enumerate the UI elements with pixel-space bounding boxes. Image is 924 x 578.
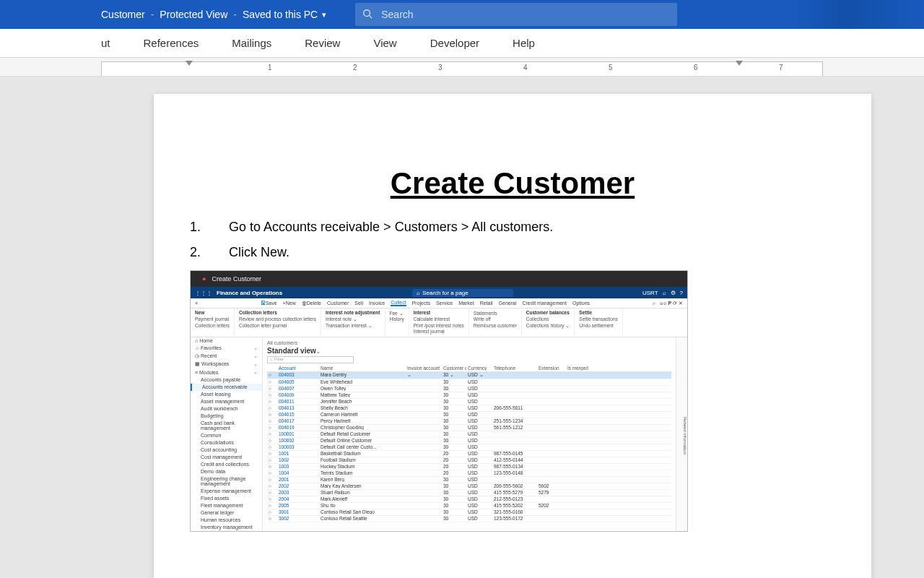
- table-row[interactable]: ○2002Mary Kay Andersen30USD206-555-56025…: [267, 483, 671, 490]
- subbar-item[interactable]: Payment journal: [195, 316, 230, 322]
- document-page[interactable]: Create Customer 1.Go to Accounts receiva…: [154, 94, 871, 578]
- subbar-item[interactable]: Undo settlement: [579, 323, 617, 329]
- subbar-item[interactable]: Reimburse customer: [474, 323, 517, 329]
- subbar-item[interactable]: Write off: [474, 316, 517, 322]
- table-row[interactable]: ○004013Shelly Beach30USD206-555-5011: [267, 405, 671, 412]
- embed-filter-input[interactable]: ⌕ Filter: [267, 356, 354, 363]
- table-row[interactable]: ○004009Mathew Tolley30USD: [267, 392, 671, 399]
- nav-module-engineering-change-management[interactable]: Engineering change management: [191, 475, 262, 488]
- nav-home[interactable]: ⌂ Home: [191, 337, 262, 345]
- indent-marker-right[interactable]: [736, 61, 743, 66]
- table-row[interactable]: ○004003Mara Gentry⌄30 ⌄USD ⌄: [267, 372, 671, 379]
- table-row[interactable]: ○3001Contoso Retail San Diego30USD321-55…: [267, 509, 671, 516]
- table-row[interactable]: ○004015Cameron Hartnett30USD: [267, 412, 671, 418]
- actbar-general[interactable]: General: [499, 301, 517, 306]
- subbar-item[interactable]: Print /post interest notes: [414, 323, 464, 329]
- table-row[interactable]: ○1003Hockey Stadium20USD987-555-0134: [267, 464, 671, 470]
- nav-module-budgeting[interactable]: Budgeting: [191, 413, 262, 420]
- ribbon-tab-review[interactable]: Review: [305, 37, 340, 49]
- ribbon-tab-help[interactable]: Help: [513, 37, 535, 49]
- table-row[interactable]: ○1001Basketball Stadium20USD987-555-0145: [267, 451, 671, 457]
- actbar-delete[interactable]: 🗑Delete: [302, 301, 321, 306]
- col-header[interactable]: Name: [319, 366, 406, 371]
- nav-module-inventory-management[interactable]: Inventory management: [191, 524, 262, 531]
- nav-module-cost-accounting[interactable]: Cost accounting: [191, 447, 262, 454]
- table-row[interactable]: ○004011Jennifer Beach30USD: [267, 399, 671, 405]
- nav-module-fixed-assets[interactable]: Fixed assets: [191, 495, 262, 502]
- ribbon-tab-references[interactable]: References: [144, 37, 199, 49]
- ribbon-tab-ut[interactable]: ut: [101, 37, 110, 49]
- embed-data-grid[interactable]: AccountNameInvoice accountCustomer group…: [267, 365, 671, 522]
- actbar-credit-management[interactable]: Credit management: [522, 301, 566, 306]
- nav-modules[interactable]: ≡ Modules⌄: [191, 368, 262, 376]
- nav-module-common[interactable]: Common: [191, 432, 262, 439]
- step[interactable]: 1.Go to Accounts receivable > Customers …: [187, 220, 838, 235]
- col-header[interactable]: Invoice account: [406, 366, 442, 371]
- nav-module-accounts-receivable[interactable]: Accounts receivable: [191, 384, 262, 391]
- table-row[interactable]: ○2005Shu Ito30USD415 555-52025202: [267, 503, 671, 509]
- actbar-market[interactable]: Market: [458, 301, 474, 306]
- col-header[interactable]: [309, 366, 319, 371]
- subbar-item[interactable]: Settle transactions: [579, 316, 617, 322]
- col-header[interactable]: [267, 366, 277, 371]
- table-row[interactable]: ○2004Mark Alexieff30USD212-555-0123: [267, 496, 671, 503]
- table-row[interactable]: ○2003Stuart Railson30USD415 555-52795279: [267, 490, 671, 496]
- embed-search[interactable]: ⌕ Search for a page: [412, 289, 513, 297]
- table-row[interactable]: ○004007Owen Tolley30USD: [267, 386, 671, 392]
- actbar-service[interactable]: Service: [436, 301, 453, 306]
- ribbon-tab-view[interactable]: View: [373, 37, 396, 49]
- subbar-item[interactable]: Transaction interest ⌄: [326, 323, 380, 329]
- nav-module-cash-and-bank-management[interactable]: Cash and bank management: [191, 420, 262, 432]
- actbar-customer[interactable]: Customer: [327, 301, 349, 306]
- ribbon-tab-developer[interactable]: Developer: [430, 37, 479, 49]
- nav-workspaces[interactable]: ▦ Workspaces⌄: [191, 361, 262, 368]
- nav-module-general-ledger[interactable]: General ledger: [191, 509, 262, 517]
- actbar-save[interactable]: 🖫Save: [261, 301, 277, 306]
- table-row[interactable]: ○100003Default Call center Custo...30USD: [267, 444, 671, 451]
- embed-view-name[interactable]: Standard view⌄: [267, 347, 671, 355]
- subbar-item[interactable]: Fee ⌄: [390, 311, 404, 316]
- nav-module-cost-management[interactable]: Cost management: [191, 454, 262, 461]
- subbar-item[interactable]: Statements: [474, 311, 517, 316]
- actbar-tools[interactable]: ⌕ ⊕ ⊘ P ⟳ ✕: [653, 301, 683, 306]
- indent-marker-left[interactable]: [186, 61, 193, 66]
- nav-module-human-resources[interactable]: Human resources: [191, 517, 262, 524]
- actbar-retail[interactable]: Retail: [480, 301, 493, 306]
- document-title[interactable]: Create Customer: [187, 166, 838, 201]
- col-header[interactable]: Is merged: [566, 366, 595, 371]
- subbar-item[interactable]: History: [390, 316, 404, 322]
- nav-recent[interactable]: ◷ Recent⌄: [191, 353, 262, 361]
- nav-module-fleet-management[interactable]: Fleet management: [191, 502, 262, 509]
- nav-favorites[interactable]: ☆ Favorites⌄: [191, 345, 262, 353]
- nav-module-demo-data[interactable]: Demo data: [191, 468, 262, 475]
- waffle-icon[interactable]: ⋮⋮⋮: [195, 290, 212, 296]
- nav-module-asset-leasing[interactable]: Asset leasing: [191, 391, 262, 398]
- col-header[interactable]: Extension: [537, 366, 566, 371]
- subbar-item[interactable]: Collection letter journal: [239, 323, 316, 329]
- subbar-item[interactable]: Calculate interest: [414, 316, 464, 322]
- actbar-sell[interactable]: Sell: [354, 301, 363, 306]
- col-header[interactable]: Currency: [466, 366, 492, 371]
- table-row[interactable]: ○004005Eve Whitehead30USD: [267, 379, 671, 386]
- embed-user[interactable]: USRT: [642, 290, 658, 296]
- nav-module-accounts-payable[interactable]: Accounts payable: [191, 376, 262, 384]
- table-row[interactable]: ○100001Default Retail Customer30USD: [267, 431, 671, 438]
- ribbon-tab-mailings[interactable]: Mailings: [232, 37, 271, 49]
- subbar-item[interactable]: Collections history ⌄: [526, 323, 570, 329]
- col-header[interactable]: Telephone: [492, 366, 537, 371]
- actbar-invoice[interactable]: Invoice: [369, 301, 385, 306]
- actbar-collect[interactable]: Collect: [391, 300, 406, 306]
- step[interactable]: 2.Click New.: [187, 245, 838, 260]
- subbar-item[interactable]: Collection letters: [195, 323, 230, 329]
- subbar-item[interactable]: Interest journal: [414, 329, 464, 335]
- table-row[interactable]: ○1002Football Stadium20USD412-555-0144: [267, 457, 671, 464]
- col-header[interactable]: Account: [277, 366, 309, 371]
- table-row[interactable]: ○2001Karen Berg30USD: [267, 477, 671, 483]
- actbar-new[interactable]: +New: [283, 301, 296, 306]
- search-input[interactable]: Search: [355, 3, 677, 26]
- actbar-projects[interactable]: Projects: [412, 301, 430, 306]
- hamburger-icon[interactable]: ≡: [195, 301, 198, 306]
- nav-module-credit-and-collections[interactable]: Credit and collections: [191, 461, 262, 468]
- table-row[interactable]: ○004019Christopher Gooding30USD561-555-1…: [267, 425, 671, 431]
- nav-module-audit-workbench[interactable]: Audit workbench: [191, 405, 262, 413]
